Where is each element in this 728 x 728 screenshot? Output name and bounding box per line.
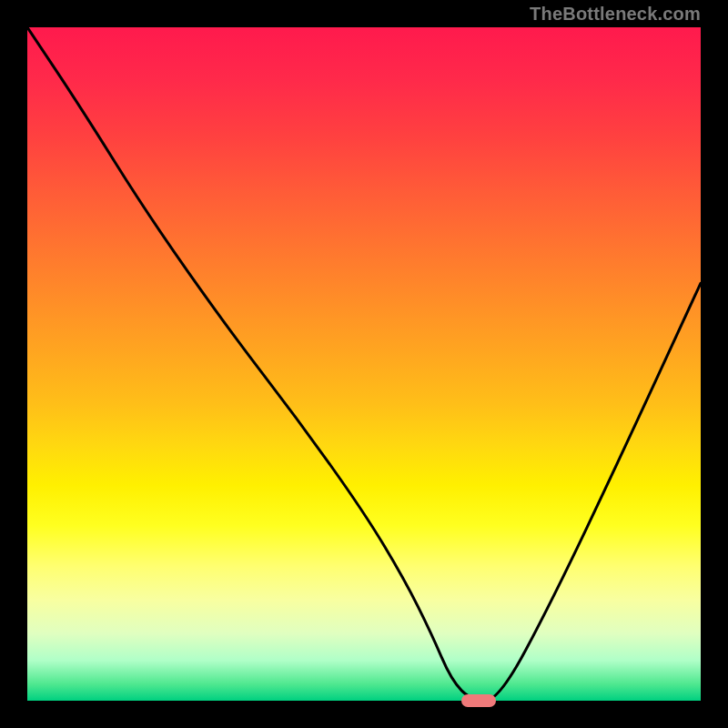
watermark-text: TheBottleneck.com	[530, 4, 701, 25]
bottleneck-curve	[27, 27, 701, 701]
chart-frame: TheBottleneck.com	[0, 0, 728, 728]
optimal-marker	[461, 694, 496, 707]
plot-area	[27, 27, 701, 701]
